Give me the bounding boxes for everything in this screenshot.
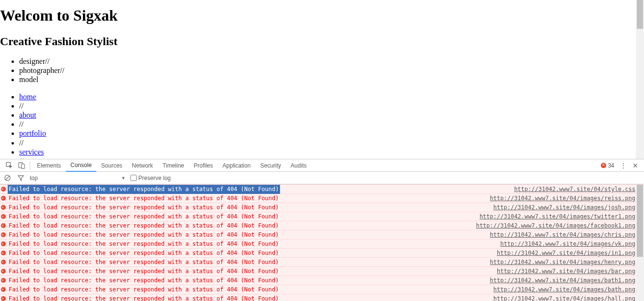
devtools-scrollbar[interactable] bbox=[636, 185, 644, 301]
nav-sep: // bbox=[19, 101, 636, 110]
tab-profiles[interactable]: Profiles bbox=[189, 159, 218, 172]
console-error-row[interactable]: Failed to load resource: the server resp… bbox=[0, 230, 644, 239]
scrollbar-thumb[interactable] bbox=[637, 0, 643, 29]
nav-item-home[interactable]: home bbox=[19, 92, 636, 101]
error-source-link[interactable]: http://31042.www7.site/04/images/reiss.p… bbox=[490, 194, 644, 203]
console-error-row[interactable]: Failed to load resource: the server resp… bbox=[0, 257, 644, 266]
nav-sep: // bbox=[19, 138, 636, 147]
console-error-row[interactable]: Failed to load resource: the server resp… bbox=[0, 212, 644, 221]
tab-timeline[interactable]: Timeline bbox=[158, 159, 189, 172]
error-source-link[interactable]: http://31042.www7.site/04/style.css bbox=[514, 185, 644, 194]
tab-network[interactable]: Network bbox=[127, 159, 158, 172]
devtools-tabbar: Elements Console Sources Network Timelin… bbox=[0, 159, 644, 172]
role-item: model bbox=[19, 75, 636, 84]
tab-console[interactable]: Console bbox=[66, 159, 96, 172]
role-item: photographer// bbox=[19, 66, 636, 75]
filter-icon[interactable] bbox=[16, 172, 25, 184]
error-icon bbox=[1, 241, 6, 246]
error-source-link[interactable]: http://31042.www7.site/04/images/faceboo… bbox=[476, 221, 644, 230]
console-error-row[interactable]: Failed to load resource: the server resp… bbox=[0, 221, 644, 230]
nav-link[interactable]: portfolio bbox=[19, 129, 46, 137]
scrollbar-thumb[interactable] bbox=[637, 185, 643, 257]
close-icon[interactable]: ✕ bbox=[630, 162, 641, 169]
role-sep: // bbox=[60, 66, 64, 74]
more-icon[interactable]: ⋮ bbox=[617, 162, 630, 169]
error-icon bbox=[1, 269, 6, 274]
svg-line-4 bbox=[5, 176, 9, 180]
tab-elements[interactable]: Elements bbox=[32, 159, 66, 172]
nav-item-portfolio[interactable]: portfolio bbox=[19, 129, 636, 138]
error-source-link[interactable]: http://31042.www7.site/04/images/bath.pn… bbox=[493, 285, 644, 294]
tab-security[interactable]: Security bbox=[256, 159, 286, 172]
context-selector[interactable]: top bbox=[30, 175, 38, 181]
device-toggle-icon[interactable] bbox=[15, 159, 28, 172]
nav-list: home // about // portfolio // services /… bbox=[0, 92, 636, 159]
error-source-link[interactable]: http://31042.www7.site/04/images/chris.p… bbox=[490, 230, 644, 240]
role-label: photographer bbox=[19, 66, 60, 74]
error-icon bbox=[1, 296, 6, 301]
error-icon bbox=[1, 251, 6, 255]
console-messages[interactable]: Failed to load resource: the server resp… bbox=[0, 184, 644, 301]
error-message: Failed to load resource: the server resp… bbox=[8, 285, 280, 294]
error-icon bbox=[1, 287, 6, 292]
preserve-log-checkbox[interactable] bbox=[130, 175, 137, 181]
tab-sources[interactable]: Sources bbox=[96, 159, 127, 172]
console-filterbar: top ▼ Preserve log bbox=[0, 172, 644, 184]
nav-sep: // bbox=[19, 120, 636, 129]
error-message: Failed to load resource: the server resp… bbox=[8, 267, 280, 276]
error-source-link[interactable]: http://31042.www7.site/04/images/twitter… bbox=[480, 212, 644, 221]
nav-item-services[interactable]: services bbox=[19, 147, 636, 157]
error-message: Failed to load resource: the server resp… bbox=[8, 240, 280, 249]
error-message: Failed to load resource: the server resp… bbox=[8, 194, 280, 203]
page-subtitle: Creative Fashion Stylist bbox=[0, 35, 636, 48]
error-source-link[interactable]: http://31042.www7.site/04/images/in1.png bbox=[497, 249, 644, 258]
divider bbox=[30, 161, 30, 170]
console-error-row[interactable]: Failed to load resource: the server resp… bbox=[0, 294, 644, 301]
error-icon bbox=[1, 278, 6, 283]
error-icon bbox=[1, 196, 6, 201]
error-message: Failed to load resource: the server resp… bbox=[8, 249, 280, 258]
console-error-row[interactable]: Failed to load resource: the server resp… bbox=[0, 266, 644, 276]
error-count-badge[interactable]: 34 bbox=[601, 162, 614, 169]
page-title: Welcom to Sigxak bbox=[0, 7, 636, 24]
error-message: Failed to load resource: the server resp… bbox=[8, 212, 280, 221]
error-icon bbox=[601, 163, 606, 168]
console-error-row[interactable]: Failed to load resource: the server resp… bbox=[0, 285, 644, 294]
role-sep: // bbox=[45, 57, 49, 65]
clear-console-icon[interactable] bbox=[3, 172, 12, 184]
role-label: designer bbox=[19, 57, 45, 65]
inspect-icon[interactable] bbox=[3, 159, 15, 172]
error-message: Failed to load resource: the server resp… bbox=[8, 221, 280, 230]
level-filter-dropdown[interactable]: ▼ bbox=[121, 176, 126, 181]
roles-list: designer// photographer// model bbox=[0, 57, 636, 84]
error-source-link[interactable]: http://31042.www7.site/04/images/henry.p… bbox=[490, 258, 644, 267]
console-error-row[interactable]: Failed to load resource: the server resp… bbox=[0, 193, 644, 203]
nav-link[interactable]: about bbox=[19, 111, 36, 119]
console-error-row[interactable]: Failed to load resource: the server resp… bbox=[0, 239, 644, 248]
preserve-log-toggle[interactable]: Preserve log bbox=[130, 175, 171, 181]
error-source-link[interactable]: http://31042.www7.site/04/images/bar.png bbox=[497, 267, 644, 276]
tab-audits[interactable]: Audits bbox=[286, 159, 311, 172]
error-source-link[interactable]: http://31042.www7.site/04/images/josh.pn… bbox=[493, 203, 644, 212]
error-message: Failed to load resource: the server resp… bbox=[8, 185, 280, 194]
nav-link[interactable]: services bbox=[19, 148, 44, 156]
svg-rect-2 bbox=[21, 164, 24, 169]
tab-application[interactable]: Application bbox=[218, 159, 256, 172]
console-error-row[interactable]: Failed to load resource: the server resp… bbox=[0, 276, 644, 285]
page-scrollbar[interactable] bbox=[636, 0, 644, 159]
error-source-link[interactable]: http://31042.www7.site/04/images/hall.pn… bbox=[493, 294, 644, 301]
error-message: Failed to load resource: the server resp… bbox=[8, 294, 280, 301]
error-source-link[interactable]: http://31042.www7.site/04/images/vk.png bbox=[500, 240, 644, 249]
console-error-row[interactable]: Failed to load resource: the server resp… bbox=[0, 248, 644, 257]
console-error-row[interactable]: Failed to load resource: the server resp… bbox=[0, 184, 644, 193]
error-message: Failed to load resource: the server resp… bbox=[8, 230, 280, 240]
error-message: Failed to load resource: the server resp… bbox=[8, 276, 280, 285]
nav-item-about[interactable]: about bbox=[19, 110, 636, 120]
error-icon bbox=[1, 214, 6, 219]
devtools-panel: Elements Console Sources Network Timelin… bbox=[0, 159, 644, 301]
role-item: designer// bbox=[19, 57, 636, 66]
console-error-row[interactable]: Failed to load resource: the server resp… bbox=[0, 203, 644, 212]
error-icon bbox=[1, 223, 6, 228]
error-source-link[interactable]: http://31042.www7.site/04/images/bath1.p… bbox=[490, 276, 644, 285]
nav-link[interactable]: home bbox=[19, 93, 36, 101]
